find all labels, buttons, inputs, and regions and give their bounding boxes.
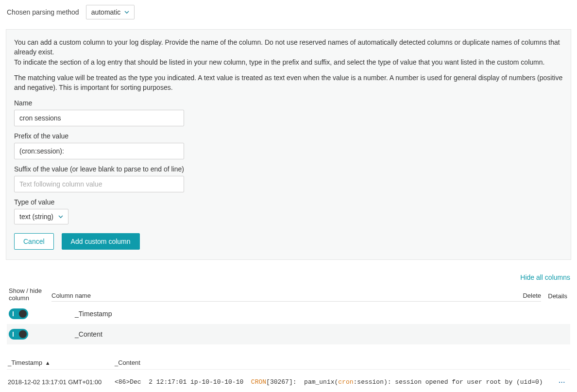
column-visibility-toggle[interactable] bbox=[9, 329, 28, 340]
parsing-method-label: Chosen parsing method bbox=[7, 8, 79, 16]
columns-header-showhide-l1: Show / hide bbox=[9, 287, 42, 294]
log-content: <86>Dec 2 12:17:01 ip-10-10-10-10 CRON[3… bbox=[111, 378, 551, 386]
column-visibility-toggle[interactable] bbox=[9, 308, 28, 319]
log-header-content[interactable]: _Content bbox=[111, 359, 570, 366]
suffix-label: Suffix of the value (or leave blank to p… bbox=[14, 165, 563, 173]
parsing-method-value: automatic bbox=[91, 8, 121, 16]
help-text: You can add a custom column to your log … bbox=[14, 37, 563, 92]
custom-column-panel: You can add a custom column to your log … bbox=[6, 29, 571, 260]
add-custom-column-button[interactable]: Add custom column bbox=[62, 233, 140, 250]
columns-header-name: Column name bbox=[51, 292, 512, 302]
prefix-input[interactable] bbox=[14, 143, 184, 159]
sort-asc-icon: ▲ bbox=[45, 360, 51, 366]
name-label: Name bbox=[14, 99, 563, 107]
type-label: Type of value bbox=[14, 198, 563, 206]
log-header-timestamp[interactable]: _Timestamp bbox=[8, 359, 42, 366]
column-name: _Timestamp bbox=[51, 310, 512, 318]
columns-header-details: Details bbox=[541, 292, 570, 302]
suffix-input[interactable] bbox=[14, 176, 184, 192]
type-value: text (string) bbox=[19, 213, 53, 221]
columns-header-delete: Delete bbox=[512, 292, 541, 302]
column-row: _Content bbox=[7, 324, 570, 344]
help-p2: To indicate the section of a log entry t… bbox=[14, 58, 544, 66]
log-row: 2018-12-02 13:17:01 GMT+01:00<86>Dec 2 1… bbox=[7, 370, 570, 392]
type-select[interactable]: text (string) bbox=[14, 209, 68, 224]
column-row: _Timestamp bbox=[7, 304, 570, 324]
chevron-down-icon bbox=[58, 214, 63, 219]
name-input[interactable] bbox=[14, 110, 184, 126]
help-p3: The matching value will be treated as th… bbox=[14, 73, 563, 93]
help-p1: You can add a custom column to your log … bbox=[14, 38, 560, 56]
log-timestamp: 2018-12-02 13:17:01 GMT+01:00 bbox=[7, 378, 111, 386]
columns-header-showhide-l2: column bbox=[9, 294, 29, 302]
columns-header: Show / hide column Column name Delete De… bbox=[7, 284, 570, 304]
log-row-actions-icon[interactable]: ··· bbox=[551, 378, 570, 386]
parsing-method-select[interactable]: automatic bbox=[86, 5, 135, 19]
prefix-label: Prefix of the value bbox=[14, 132, 563, 140]
column-name: _Content bbox=[51, 330, 512, 338]
hide-all-columns-link[interactable]: Hide all columns bbox=[520, 273, 570, 281]
cancel-button[interactable]: Cancel bbox=[14, 233, 54, 250]
log-header: _Timestamp ▲ _Content bbox=[7, 359, 570, 370]
chevron-down-icon bbox=[124, 10, 129, 15]
